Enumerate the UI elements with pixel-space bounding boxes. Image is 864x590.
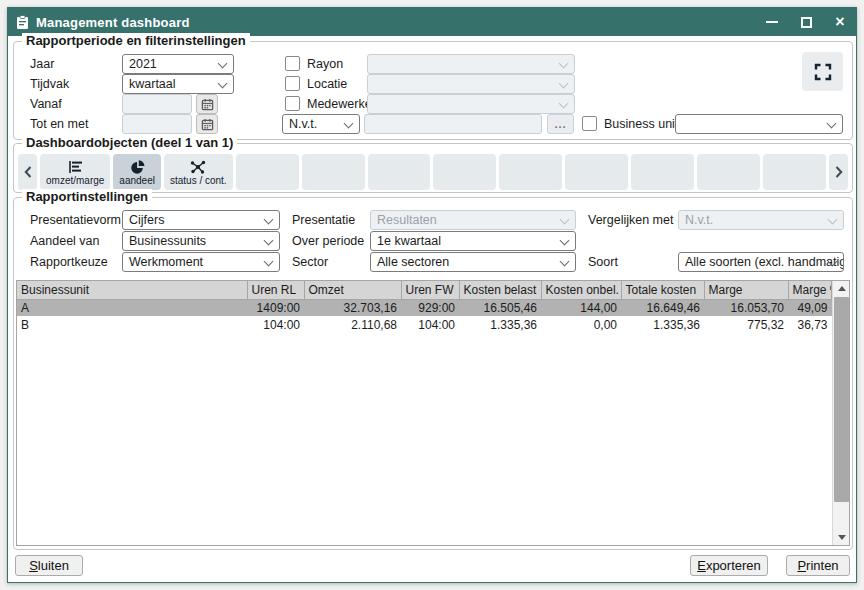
table-cell: 0,00 bbox=[541, 316, 621, 333]
chevron-right-icon bbox=[835, 166, 843, 178]
presentatievorm-select[interactable]: Cijfers bbox=[122, 210, 280, 230]
filters-fieldset: Rapportperiode en filterinstellingen Jaa… bbox=[13, 41, 853, 140]
dashboard-objects-fieldset: Dashboardobjecten (deel 1 van 1) omzet/m… bbox=[13, 143, 853, 193]
printen-button[interactable]: Printen bbox=[786, 555, 850, 576]
vergelijken-met-select[interactable]: N.v.t. bbox=[678, 210, 844, 230]
exporteren-button[interactable]: Exporteren bbox=[690, 555, 768, 576]
aandeel-van-select[interactable]: Businessunits bbox=[122, 231, 280, 251]
dashboard-button-empty[interactable] bbox=[433, 154, 496, 190]
business-unit-checkbox[interactable] bbox=[582, 116, 597, 131]
dashboard-button-empty[interactable] bbox=[302, 154, 365, 190]
rapportkeuze-select[interactable]: Werkmoment bbox=[122, 252, 280, 272]
medewerker-label: Medewerker bbox=[307, 97, 376, 111]
table-cell: 104:00 bbox=[401, 316, 459, 333]
medewerker-select[interactable] bbox=[367, 94, 575, 114]
table-cell: 49,09 bbox=[788, 299, 832, 316]
column-header[interactable]: Businessunit bbox=[17, 281, 247, 299]
filter-value-input[interactable] bbox=[364, 114, 542, 134]
management-dashboard-window: Management dashboard × Rapportperiode en… bbox=[7, 7, 857, 583]
column-header[interactable]: Marge % bbox=[788, 281, 832, 299]
filter-type-select[interactable]: N.v.t. bbox=[282, 114, 360, 134]
maximize-button[interactable] bbox=[798, 14, 814, 30]
table-scrollbar[interactable] bbox=[832, 281, 849, 545]
dashboard-button-aandeel[interactable]: aandeel bbox=[113, 154, 161, 190]
table-cell: 32.703,16 bbox=[304, 299, 401, 316]
sector-label: Sector bbox=[292, 255, 328, 269]
pie-chart-icon bbox=[129, 158, 146, 175]
sluiten-button[interactable]: Sluiten bbox=[15, 555, 83, 576]
report-settings-fieldset: Rapportinstellingen Presentatievorm Cijf… bbox=[13, 197, 853, 550]
filter-browse-button[interactable]: ... bbox=[547, 114, 574, 134]
column-header[interactable]: Uren FW bbox=[401, 281, 459, 299]
dashboard-buttons: omzet/margeaandeelstatus / cont. bbox=[40, 154, 826, 190]
dashboard-next-button[interactable] bbox=[829, 154, 848, 190]
table-cell: 775,32 bbox=[704, 316, 788, 333]
column-header[interactable]: Kosten belast bbox=[459, 281, 541, 299]
table-row[interactable]: A1409:0032.703,16929:0016.505,46144,0016… bbox=[17, 299, 832, 316]
locatie-checkbox[interactable] bbox=[285, 76, 300, 91]
jaar-label: Jaar bbox=[30, 57, 54, 71]
jaar-value: 2021 bbox=[129, 57, 157, 71]
dashboard-button-empty[interactable] bbox=[565, 154, 628, 190]
over-periode-select[interactable]: 1e kwartaal bbox=[370, 231, 576, 251]
column-header[interactable]: Marge bbox=[704, 281, 788, 299]
dashboard-toolbar: omzet/margeaandeelstatus / cont. bbox=[18, 154, 848, 190]
dashboard-prev-button[interactable] bbox=[18, 154, 37, 190]
dashboard-button-empty[interactable] bbox=[631, 154, 694, 190]
vergelijken-met-label: Vergelijken met bbox=[588, 213, 673, 227]
minimize-button[interactable] bbox=[764, 14, 780, 30]
rayon-checkbox[interactable] bbox=[285, 56, 300, 71]
table-cell: 16.053,70 bbox=[704, 299, 788, 316]
scroll-up-button[interactable] bbox=[833, 281, 850, 296]
vanaf-input[interactable] bbox=[122, 94, 192, 114]
close-button[interactable]: × bbox=[832, 14, 848, 30]
column-header[interactable]: Uren RL bbox=[247, 281, 304, 299]
fullscreen-button[interactable] bbox=[802, 52, 843, 91]
table-cell: 929:00 bbox=[401, 299, 459, 316]
column-header[interactable]: Omzet bbox=[304, 281, 401, 299]
medewerker-checkbox[interactable] bbox=[285, 96, 300, 111]
dashboard-button-empty[interactable] bbox=[368, 154, 431, 190]
dashboard-button-omzet-marge[interactable]: omzet/marge bbox=[40, 154, 110, 190]
table-cell: A bbox=[17, 299, 247, 316]
titlebar: Management dashboard × bbox=[8, 8, 856, 36]
over-periode-label: Over periode bbox=[292, 234, 364, 248]
dashboard-button-empty[interactable] bbox=[697, 154, 760, 190]
table-cell: 16.649,46 bbox=[621, 299, 704, 316]
jaar-select[interactable]: 2021 bbox=[122, 54, 234, 74]
dashboard-button-label: omzet/marge bbox=[46, 175, 104, 187]
calendar-icon bbox=[201, 118, 214, 131]
table-cell: 1.335,36 bbox=[459, 316, 541, 333]
locatie-select[interactable] bbox=[367, 74, 575, 94]
presentatie-select[interactable]: Resultaten bbox=[370, 210, 576, 230]
dashboard-button-empty[interactable] bbox=[763, 154, 826, 190]
scroll-down-button[interactable] bbox=[833, 530, 850, 545]
soort-select[interactable]: Alle soorten (excl. handmatig bbox=[678, 252, 844, 272]
calendar-icon bbox=[201, 98, 214, 111]
table-cell: 144,00 bbox=[541, 299, 621, 316]
window-content: Rapportperiode en filterinstellingen Jaa… bbox=[8, 36, 856, 584]
triangle-up-icon bbox=[838, 286, 846, 291]
dashboard-button-empty[interactable] bbox=[499, 154, 562, 190]
tot-en-met-input[interactable] bbox=[122, 114, 192, 134]
table-cell: 104:00 bbox=[247, 316, 304, 333]
dashboard-window-icon bbox=[16, 15, 29, 30]
dashboard-button-status-cont[interactable]: status / cont. bbox=[164, 154, 233, 190]
dashboard-button-empty[interactable] bbox=[236, 154, 299, 190]
window-controls: × bbox=[764, 14, 848, 30]
vanaf-label: Vanaf bbox=[30, 97, 62, 111]
tijdvak-value: kwartaal bbox=[129, 77, 176, 91]
column-header[interactable]: Kosten onbel. bbox=[541, 281, 621, 299]
sector-select[interactable]: Alle sectoren bbox=[370, 252, 576, 272]
report-settings-legend: Rapportinstellingen bbox=[22, 189, 152, 204]
table-row[interactable]: B104:002.110,68104:001.335,360,001.335,3… bbox=[17, 316, 832, 333]
scrollbar-thumb[interactable] bbox=[834, 297, 849, 502]
rayon-select[interactable] bbox=[367, 54, 575, 74]
presentatievorm-label: Presentatievorm bbox=[30, 213, 121, 227]
tot-en-met-calendar-button[interactable] bbox=[196, 114, 218, 134]
column-header[interactable]: Totale kosten bbox=[621, 281, 704, 299]
filters-legend: Rapportperiode en filterinstellingen bbox=[22, 33, 250, 48]
vanaf-calendar-button[interactable] bbox=[196, 94, 218, 114]
business-unit-select[interactable] bbox=[675, 114, 843, 134]
tijdvak-select[interactable]: kwartaal bbox=[122, 74, 234, 94]
